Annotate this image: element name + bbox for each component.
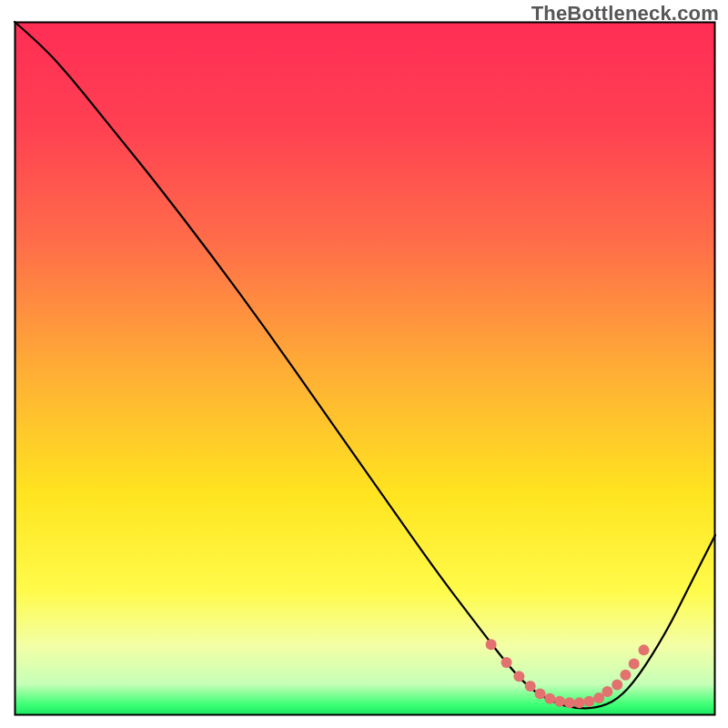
watermark-text: TheBottleneck.com — [531, 2, 719, 25]
bottleneck-chart — [0, 0, 728, 728]
